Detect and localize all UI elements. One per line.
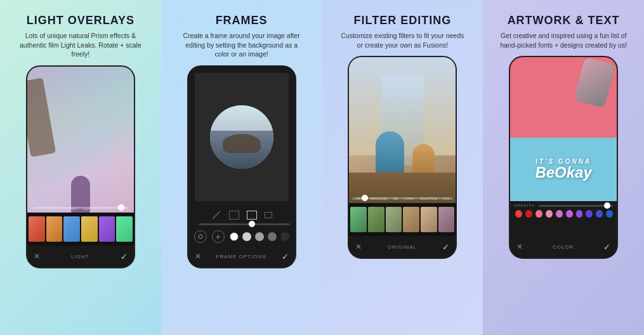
film-thumb-4[interactable] [81, 216, 98, 242]
film-thumb-6[interactable] [116, 216, 133, 242]
check-icon-2[interactable]: ✓ [282, 252, 289, 261]
p2-shape-row [211, 211, 272, 220]
p4-dot-darkred[interactable] [525, 210, 532, 218]
p2-color-darkgray[interactable] [268, 232, 277, 241]
film-thumb-5[interactable] [99, 216, 115, 242]
panel-3-title: FILTER EDITING [354, 14, 452, 27]
phone-1-label: LIGHT [71, 254, 89, 259]
panel-filter-editing: FILTER EDITING Customize existing filter… [322, 0, 483, 335]
panel-4-title: ARTWORK & TEXT [508, 14, 620, 27]
p2-color-white[interactable] [230, 232, 239, 241]
p2-shape-square-active[interactable] [247, 211, 257, 220]
p3-thumb-lore[interactable] [438, 207, 455, 232]
panel-frames: FRAMES Create a frame around your image … [161, 0, 322, 335]
panel-2-desc: Create a frame around your image after e… [178, 31, 305, 59]
phone-4-bottom-bar: ✕ COLOR ✓ [510, 236, 617, 258]
p2-controls: + [188, 207, 295, 246]
phone-2: + ✕ FRAME OPTIONS [187, 65, 296, 268]
panel-artwork-text: ARTWORK & TEXT Get creative and inspired… [483, 0, 644, 335]
p4-text-overlay: IT'S GONNA BeOkay [510, 138, 617, 201]
p4-dot-purple[interactable] [576, 210, 583, 218]
svg-point-1 [199, 235, 202, 239]
p4-opacity-dot[interactable] [604, 202, 610, 209]
p3-thumb-solstice[interactable] [421, 207, 437, 232]
film-thumb-1[interactable] [29, 216, 45, 242]
p3-background: FLORA WICKLOW NZ CAPE SOLSTICE LORE [349, 57, 456, 236]
phone-3-label: ORIGINAL [388, 244, 417, 250]
p2-slider-dot[interactable] [249, 221, 255, 227]
p2-shape-square-sm[interactable] [265, 212, 272, 218]
p4-color-strip: OPACITY [510, 201, 617, 236]
phone-2-label: FRAME OPTIONS [216, 254, 266, 259]
p3-thumb-nz[interactable] [386, 207, 402, 232]
p2-shape-square[interactable] [229, 211, 239, 220]
phone-3-bottom-bar: ✕ ORIGINAL ✓ [349, 236, 456, 258]
phone-1: LEAKS LEAKS LEAKY LEAKS LEAKY LEAKS [26, 65, 135, 268]
panel-3-desc: Customize existing filters to fit your n… [339, 31, 466, 49]
p3-thumb-cape[interactable] [403, 207, 419, 232]
p2-color-black[interactable] [280, 232, 289, 241]
p2-action-row: + [194, 230, 289, 243]
p2-edit-button[interactable] [194, 230, 207, 243]
p1-slider-dot[interactable] [118, 204, 124, 211]
p4-dot-blue[interactable] [596, 210, 603, 218]
panel-2-title: FRAMES [216, 14, 268, 27]
p1-slider[interactable] [34, 207, 128, 209]
p4-be-okay-main: BeOkay [535, 164, 591, 181]
panel-1-title: LIGHT OVERLAYS [27, 14, 135, 27]
p2-dark-background [195, 73, 289, 201]
p2-slider[interactable] [199, 223, 290, 225]
p2-color-lightgray[interactable] [242, 232, 251, 241]
panel-4-desc: Get creative and inspired using a fun li… [500, 31, 627, 49]
p4-dot-magenta[interactable] [556, 210, 563, 218]
film-thumb-3[interactable] [63, 216, 80, 242]
close-icon[interactable]: ✕ [34, 252, 40, 261]
phone-3-screen: FLORA WICKLOW NZ CAPE SOLSTICE LORE [349, 57, 456, 236]
p2-slider-container [194, 223, 290, 225]
p2-color-midgray[interactable] [255, 232, 264, 241]
p4-color-dots [514, 210, 613, 218]
phone-4-label: COLOR [553, 244, 574, 250]
main-container: LIGHT OVERLAYS Lots of unique natural Pr… [0, 0, 644, 335]
p2-shape-slash[interactable] [211, 211, 221, 220]
p4-be-okay-text: IT'S GONNA BeOkay [535, 159, 591, 180]
check-icon-3[interactable]: ✓ [442, 242, 449, 252]
phone-1-bottom-bar: ✕ LIGHT ✓ [27, 246, 134, 267]
phone-1-screen: LEAKS LEAKS LEAKY LEAKS LEAKY LEAKS [27, 67, 134, 246]
p1-film-strip [27, 213, 134, 246]
p3-film-strip [349, 203, 456, 236]
close-icon-4[interactable]: ✕ [516, 242, 523, 251]
close-icon-3[interactable]: ✕ [355, 242, 362, 251]
p2-color-row [230, 232, 289, 241]
p4-opacity-bar[interactable] [539, 205, 613, 207]
p2-background: + [188, 67, 295, 246]
p4-dot-red[interactable] [515, 210, 522, 218]
phone-3: FLORA WICKLOW NZ CAPE SOLSTICE LORE [348, 56, 457, 259]
p2-boat-image [210, 105, 273, 169]
check-icon[interactable]: ✓ [121, 252, 128, 261]
p4-dot-pink[interactable] [536, 210, 542, 218]
p4-dot-violet[interactable] [566, 210, 573, 218]
p4-opacity-label: OPACITY [514, 204, 535, 207]
p2-circle-frame [210, 105, 273, 169]
p4-dot-darkblue[interactable] [606, 210, 613, 218]
film-thumb-2[interactable] [46, 216, 63, 242]
phone-2-bottom-bar: ✕ FRAME OPTIONS ✓ [188, 246, 295, 267]
p4-dot-lightpink[interactable] [546, 210, 553, 218]
close-icon-2[interactable]: ✕ [195, 252, 201, 261]
p4-background: IT'S GONNA BeOkay OPACITY [510, 57, 617, 236]
p4-dot-indigo[interactable] [586, 210, 593, 218]
p3-thumb-flora[interactable] [350, 207, 367, 232]
p3-thumb-wicklow[interactable] [368, 207, 384, 232]
p2-frame-area [188, 67, 295, 207]
p4-opacity-row: OPACITY [514, 204, 613, 207]
check-icon-4[interactable]: ✓ [603, 242, 610, 252]
p2-add-button[interactable]: + [212, 230, 225, 243]
phone-4: IT'S GONNA BeOkay OPACITY [509, 56, 618, 259]
panel-light-overlays: LIGHT OVERLAYS Lots of unique natural Pr… [0, 0, 161, 335]
panel-1-desc: Lots of unique natural Prism effects & a… [17, 31, 144, 59]
p3-slider[interactable] [355, 197, 449, 199]
p1-background: LEAKS LEAKS LEAKY LEAKS LEAKY LEAKS [27, 67, 134, 246]
phone-2-screen: + [188, 67, 295, 246]
svg-line-0 [213, 211, 220, 219]
